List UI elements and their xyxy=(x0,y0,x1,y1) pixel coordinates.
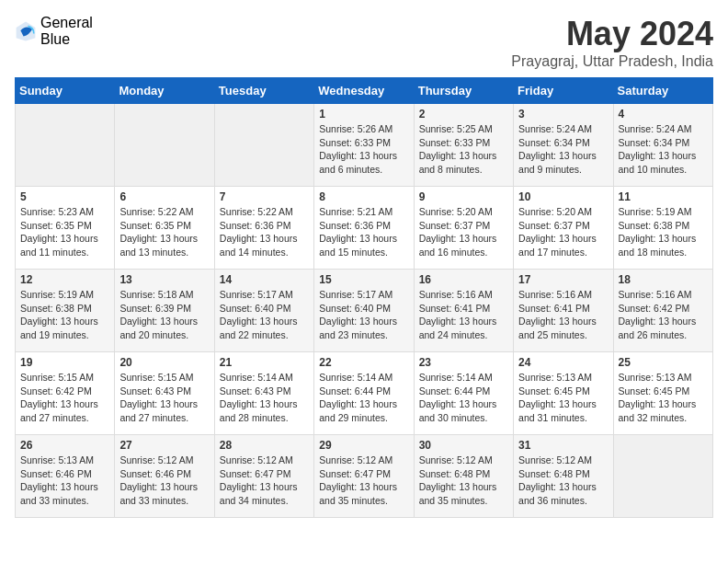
day-cell: 25Sunrise: 5:13 AM Sunset: 6:45 PM Dayli… xyxy=(613,352,712,435)
day-number: 28 xyxy=(220,439,309,452)
day-info: Sunrise: 5:20 AM Sunset: 6:37 PM Dayligh… xyxy=(419,205,508,259)
day-info: Sunrise: 5:14 AM Sunset: 6:44 PM Dayligh… xyxy=(419,371,508,425)
day-info: Sunrise: 5:16 AM Sunset: 6:41 PM Dayligh… xyxy=(419,288,508,342)
header-saturday: Saturday xyxy=(613,78,712,104)
logo-icon xyxy=(15,20,37,42)
header-sunday: Sunday xyxy=(16,78,115,104)
header-friday: Friday xyxy=(514,78,613,104)
day-number: 6 xyxy=(119,190,209,203)
day-cell xyxy=(613,435,712,518)
day-cell: 24Sunrise: 5:13 AM Sunset: 6:45 PM Dayli… xyxy=(514,352,613,435)
day-cell: 22Sunrise: 5:14 AM Sunset: 6:44 PM Dayli… xyxy=(314,352,414,435)
day-number: 27 xyxy=(119,439,209,452)
day-number: 18 xyxy=(619,273,708,286)
day-info: Sunrise: 5:16 AM Sunset: 6:41 PM Dayligh… xyxy=(518,288,608,342)
day-number: 26 xyxy=(20,439,109,452)
day-number: 19 xyxy=(20,356,109,369)
day-cell: 23Sunrise: 5:14 AM Sunset: 6:44 PM Dayli… xyxy=(414,352,513,435)
day-number: 24 xyxy=(518,356,608,369)
day-info: Sunrise: 5:26 AM Sunset: 6:33 PM Dayligh… xyxy=(319,122,408,177)
day-cell: 20Sunrise: 5:15 AM Sunset: 6:43 PM Dayli… xyxy=(115,352,214,435)
day-info: Sunrise: 5:13 AM Sunset: 6:45 PM Dayligh… xyxy=(518,371,608,425)
day-info: Sunrise: 5:13 AM Sunset: 6:46 PM Dayligh… xyxy=(20,454,109,508)
day-number: 3 xyxy=(518,108,608,121)
day-number: 30 xyxy=(419,439,508,452)
subtitle: Prayagraj, Uttar Pradesh, India xyxy=(511,53,713,70)
day-info: Sunrise: 5:12 AM Sunset: 6:48 PM Dayligh… xyxy=(419,454,508,508)
day-info: Sunrise: 5:18 AM Sunset: 6:39 PM Dayligh… xyxy=(119,288,209,342)
day-info: Sunrise: 5:12 AM Sunset: 6:47 PM Dayligh… xyxy=(319,454,408,508)
day-number: 13 xyxy=(119,273,209,286)
week-row-1: 1Sunrise: 5:26 AM Sunset: 6:33 PM Daylig… xyxy=(16,104,713,187)
day-cell: 31Sunrise: 5:12 AM Sunset: 6:48 PM Dayli… xyxy=(514,435,613,518)
header-wednesday: Wednesday xyxy=(314,78,414,104)
header-thursday: Thursday xyxy=(414,78,513,104)
day-cell: 18Sunrise: 5:16 AM Sunset: 6:42 PM Dayli… xyxy=(613,270,712,352)
calendar-header: SundayMondayTuesdayWednesdayThursdayFrid… xyxy=(16,78,713,104)
day-info: Sunrise: 5:24 AM Sunset: 6:34 PM Dayligh… xyxy=(518,122,608,177)
day-cell: 10Sunrise: 5:20 AM Sunset: 6:37 PM Dayli… xyxy=(514,187,613,270)
day-number: 17 xyxy=(518,273,608,286)
day-number: 1 xyxy=(319,108,408,121)
day-cell xyxy=(214,104,313,187)
day-cell: 26Sunrise: 5:13 AM Sunset: 6:46 PM Dayli… xyxy=(16,435,115,518)
day-info: Sunrise: 5:15 AM Sunset: 6:43 PM Dayligh… xyxy=(119,371,209,425)
day-number: 16 xyxy=(419,273,508,286)
day-cell: 8Sunrise: 5:21 AM Sunset: 6:36 PM Daylig… xyxy=(314,187,414,270)
day-info: Sunrise: 5:13 AM Sunset: 6:45 PM Dayligh… xyxy=(619,371,708,425)
day-number: 8 xyxy=(319,190,408,203)
day-info: Sunrise: 5:12 AM Sunset: 6:47 PM Dayligh… xyxy=(220,454,309,508)
day-cell: 28Sunrise: 5:12 AM Sunset: 6:47 PM Dayli… xyxy=(214,435,313,518)
day-info: Sunrise: 5:14 AM Sunset: 6:43 PM Dayligh… xyxy=(220,371,309,425)
day-cell: 19Sunrise: 5:15 AM Sunset: 6:42 PM Dayli… xyxy=(16,352,115,435)
day-info: Sunrise: 5:24 AM Sunset: 6:34 PM Dayligh… xyxy=(619,122,708,177)
day-info: Sunrise: 5:19 AM Sunset: 6:38 PM Dayligh… xyxy=(20,288,109,342)
day-cell: 2Sunrise: 5:25 AM Sunset: 6:33 PM Daylig… xyxy=(414,104,513,187)
week-row-5: 26Sunrise: 5:13 AM Sunset: 6:46 PM Dayli… xyxy=(16,435,713,518)
week-row-2: 5Sunrise: 5:23 AM Sunset: 6:35 PM Daylig… xyxy=(16,187,713,270)
logo-general: General xyxy=(40,15,93,31)
page-header: General Blue May 2024 Prayagraj, Uttar P… xyxy=(15,15,713,70)
day-number: 21 xyxy=(220,356,309,369)
day-number: 20 xyxy=(119,356,209,369)
day-cell: 11Sunrise: 5:19 AM Sunset: 6:38 PM Dayli… xyxy=(613,187,712,270)
header-tuesday: Tuesday xyxy=(214,78,313,104)
day-info: Sunrise: 5:16 AM Sunset: 6:42 PM Dayligh… xyxy=(619,288,708,342)
day-number: 4 xyxy=(619,108,708,121)
day-cell: 21Sunrise: 5:14 AM Sunset: 6:43 PM Dayli… xyxy=(214,352,313,435)
day-info: Sunrise: 5:17 AM Sunset: 6:40 PM Dayligh… xyxy=(319,288,408,342)
day-cell: 6Sunrise: 5:22 AM Sunset: 6:35 PM Daylig… xyxy=(115,187,214,270)
week-row-3: 12Sunrise: 5:19 AM Sunset: 6:38 PM Dayli… xyxy=(16,270,713,352)
day-cell: 1Sunrise: 5:26 AM Sunset: 6:33 PM Daylig… xyxy=(314,104,414,187)
title-block: May 2024 Prayagraj, Uttar Pradesh, India xyxy=(511,15,713,70)
day-cell: 27Sunrise: 5:12 AM Sunset: 6:46 PM Dayli… xyxy=(115,435,214,518)
day-cell: 12Sunrise: 5:19 AM Sunset: 6:38 PM Dayli… xyxy=(16,270,115,352)
day-number: 14 xyxy=(220,273,309,286)
day-info: Sunrise: 5:12 AM Sunset: 6:46 PM Dayligh… xyxy=(119,454,209,508)
day-number: 29 xyxy=(319,439,408,452)
logo-text: General Blue xyxy=(40,15,93,47)
day-number: 31 xyxy=(518,439,608,452)
day-info: Sunrise: 5:20 AM Sunset: 6:37 PM Dayligh… xyxy=(518,205,608,259)
day-number: 9 xyxy=(419,190,508,203)
day-number: 15 xyxy=(319,273,408,286)
day-cell: 15Sunrise: 5:17 AM Sunset: 6:40 PM Dayli… xyxy=(314,270,414,352)
day-cell: 14Sunrise: 5:17 AM Sunset: 6:40 PM Dayli… xyxy=(214,270,313,352)
day-number: 23 xyxy=(419,356,508,369)
day-cell: 16Sunrise: 5:16 AM Sunset: 6:41 PM Dayli… xyxy=(414,270,513,352)
day-cell: 13Sunrise: 5:18 AM Sunset: 6:39 PM Dayli… xyxy=(115,270,214,352)
calendar-table: SundayMondayTuesdayWednesdayThursdayFrid… xyxy=(15,77,713,518)
day-cell: 29Sunrise: 5:12 AM Sunset: 6:47 PM Dayli… xyxy=(314,435,414,518)
day-info: Sunrise: 5:25 AM Sunset: 6:33 PM Dayligh… xyxy=(419,122,508,177)
day-number: 25 xyxy=(619,356,708,369)
day-cell: 9Sunrise: 5:20 AM Sunset: 6:37 PM Daylig… xyxy=(414,187,513,270)
header-row: SundayMondayTuesdayWednesdayThursdayFrid… xyxy=(16,78,713,104)
day-number: 12 xyxy=(20,273,109,286)
day-cell: 17Sunrise: 5:16 AM Sunset: 6:41 PM Dayli… xyxy=(514,270,613,352)
day-number: 7 xyxy=(220,190,309,203)
week-row-4: 19Sunrise: 5:15 AM Sunset: 6:42 PM Dayli… xyxy=(16,352,713,435)
day-number: 5 xyxy=(20,190,109,203)
day-info: Sunrise: 5:22 AM Sunset: 6:36 PM Dayligh… xyxy=(220,205,309,259)
day-cell xyxy=(16,104,115,187)
day-info: Sunrise: 5:19 AM Sunset: 6:38 PM Dayligh… xyxy=(619,205,708,259)
